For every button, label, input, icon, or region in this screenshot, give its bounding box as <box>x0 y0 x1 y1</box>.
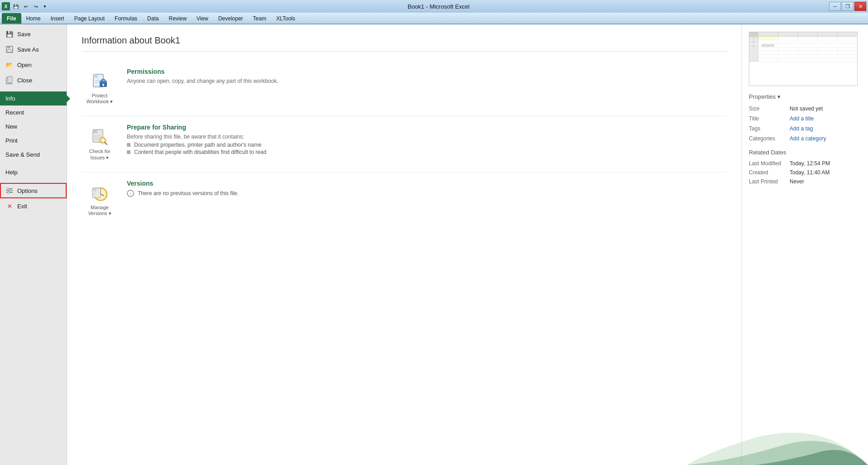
qat-save-btn[interactable]: 💾 <box>12 2 20 10</box>
properties-list: Size Not saved yet Title Add a title Tag… <box>749 105 861 142</box>
bullet-doc-props: Document properties, printer path and au… <box>127 142 727 148</box>
sidebar: 💾 Save Save As 📂 Open <box>0 24 67 465</box>
svg-rect-20 <box>93 129 97 133</box>
version-note: i There are no previous versions of this… <box>127 190 727 197</box>
save-as-icon <box>5 45 14 53</box>
exit-icon: ✕ <box>5 202 14 210</box>
svg-rect-18 <box>103 85 104 86</box>
permissions-section: Protect Workbook ▾ Permissions Anyone ca… <box>82 61 727 116</box>
svg-point-10 <box>8 192 10 193</box>
date-created: Created Today, 11:40 AM <box>749 169 861 176</box>
bullet-accessibility: Content that people with disabilities fi… <box>127 149 727 155</box>
bullet-dot-2 <box>127 150 130 154</box>
versions-content: Versions i There are no previous version… <box>127 180 727 198</box>
svg-point-9 <box>10 190 11 192</box>
tab-home[interactable]: Home <box>21 13 46 24</box>
date-last-modified: Last Modified Today, 12:54 PM <box>749 160 861 167</box>
sidebar-item-recent[interactable]: Recent <box>0 105 67 120</box>
related-dates-header: Related Dates <box>749 149 861 156</box>
check-issues-icon: ! <box>90 128 109 147</box>
bullet-dot-1 <box>127 143 130 147</box>
tab-page-layout[interactable]: Page Layout <box>69 13 110 24</box>
sidebar-item-print[interactable]: Print <box>0 134 67 148</box>
open-icon: 📂 <box>5 61 14 69</box>
tab-insert[interactable]: Insert <box>46 13 69 24</box>
tab-developer[interactable]: Developer <box>213 13 248 24</box>
sidebar-item-help[interactable]: Help <box>0 165 67 179</box>
sidebar-item-exit[interactable]: ✕ Exit <box>0 198 67 214</box>
date-last-printed: Last Printed Never <box>749 178 861 185</box>
version-note-icon: i <box>127 190 134 197</box>
options-icon <box>5 187 14 195</box>
prepare-sharing-content: Prepare for Sharing Before sharing this … <box>127 124 727 156</box>
prepare-sharing-section: ! Check for Issues ▾ Prepare for Sharing… <box>82 116 727 172</box>
properties-header[interactable]: Properties ▾ <box>749 93 861 100</box>
manage-versions-btn[interactable]: Manage Versions ▾ <box>82 180 118 221</box>
svg-rect-4 <box>8 77 12 83</box>
prop-tags: Tags Add a tag <box>749 125 861 132</box>
tab-xltools[interactable]: XLTools <box>271 13 300 24</box>
minimize-btn[interactable]: ─ <box>829 2 841 11</box>
check-for-issues-btn[interactable]: ! Check for Issues ▾ <box>82 124 118 164</box>
svg-text:i: i <box>130 192 131 196</box>
svg-rect-1 <box>7 46 10 48</box>
close-btn[interactable]: ✕ <box>854 2 866 11</box>
sidebar-item-info[interactable]: Info <box>0 91 67 105</box>
tab-data[interactable]: Data <box>142 13 164 24</box>
sidebar-item-open[interactable]: 📂 Open <box>0 57 67 72</box>
sidebar-item-options[interactable]: Options <box>0 183 67 198</box>
sidebar-item-close[interactable]: Close <box>0 72 67 88</box>
prop-title: Title Add a title <box>749 115 861 122</box>
app-icon: X <box>2 2 10 10</box>
svg-rect-12 <box>93 74 98 78</box>
svg-rect-33 <box>92 188 96 191</box>
sidebar-item-save-send[interactable]: Save & Send <box>0 148 67 162</box>
tab-file[interactable]: File <box>2 13 21 24</box>
manage-versions-icon <box>90 184 109 203</box>
protect-workbook-btn[interactable]: Protect Workbook ▾ <box>82 68 118 109</box>
close-file-icon <box>5 76 14 84</box>
tab-team[interactable]: Team <box>248 13 271 24</box>
right-panel: 1 2 <box>741 24 868 465</box>
page-title: Information about Book1 <box>82 35 727 52</box>
save-icon: 💾 <box>5 30 14 38</box>
sidebar-item-save[interactable]: 💾 Save <box>0 26 67 42</box>
title-bar: X 💾 ↩ ↪ ▼ Book1 - Microsoft Excel ─ ❐ ✕ <box>0 0 868 13</box>
qat-dropdown-btn[interactable]: ▼ <box>42 2 48 10</box>
preview-grid: 1 2 <box>749 32 857 86</box>
tab-formulas[interactable]: Formulas <box>110 13 142 24</box>
protect-workbook-icon <box>90 72 109 91</box>
sidebar-item-save-as[interactable]: Save As <box>0 42 67 57</box>
tab-view[interactable]: View <box>192 13 213 24</box>
ribbon-tabs: File Home Insert Page Layout Formulas Da… <box>0 13 868 24</box>
qat-undo-btn[interactable]: ↩ <box>22 2 30 10</box>
svg-line-26 <box>105 142 107 144</box>
svg-rect-2 <box>7 50 12 52</box>
main-area: 💾 Save Save As 📂 Open <box>0 24 868 465</box>
app-container: X 💾 ↩ ↪ ▼ Book1 - Microsoft Excel ─ ❐ ✕ … <box>0 0 868 465</box>
versions-section: Manage Versions ▾ Versions i There are n… <box>82 173 727 228</box>
tab-review[interactable]: Review <box>164 13 191 24</box>
permissions-content: Permissions Anyone can open, copy, and c… <box>127 68 727 86</box>
sidebar-item-new[interactable]: New <box>0 120 67 134</box>
svg-text:!: ! <box>102 139 103 143</box>
content-area: Information about Book1 <box>67 24 741 465</box>
prop-categories: Categories Add a category <box>749 135 861 142</box>
svg-point-8 <box>7 188 9 190</box>
workbook-preview: 1 2 <box>749 32 858 86</box>
prop-size: Size Not saved yet <box>749 105 861 112</box>
dates-list: Last Modified Today, 12:54 PM Created To… <box>749 160 861 185</box>
window-title: Book1 - Microsoft Excel <box>48 3 829 10</box>
restore-btn[interactable]: ❐ <box>842 2 854 11</box>
qat-redo-btn[interactable]: ↪ <box>32 2 40 10</box>
